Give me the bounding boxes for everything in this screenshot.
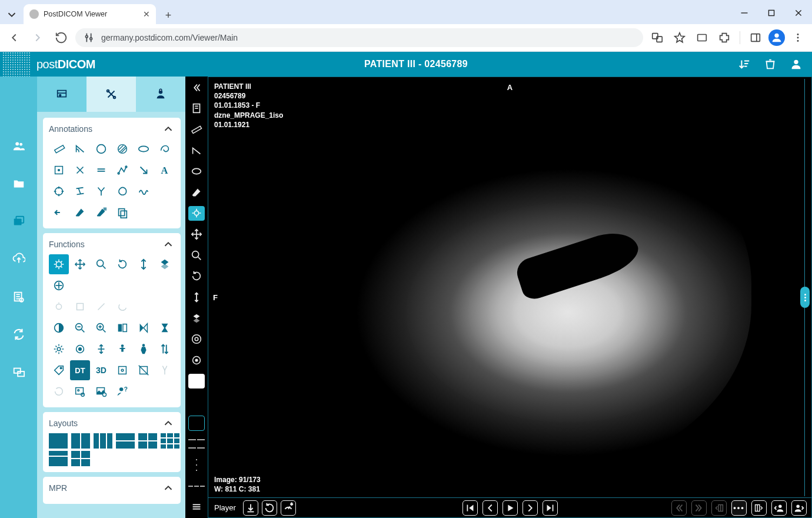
vt-menu-button[interactable]: [188, 499, 205, 514]
new-tab-button[interactable]: +: [159, 6, 177, 24]
vt-zoom-icon[interactable]: [188, 248, 205, 263]
player-loop-button[interactable]: [262, 500, 277, 516]
fn-probe-tool[interactable]: [49, 275, 69, 295]
series-scroll-handle[interactable]: [800, 287, 810, 308]
fn-invert-button[interactable]: [49, 318, 69, 338]
section-layouts-header[interactable]: Layouts: [49, 417, 175, 430]
layout-1x2[interactable]: [71, 433, 90, 449]
nav-upload-icon[interactable]: [8, 248, 29, 270]
annotation-undo-button[interactable]: [49, 202, 69, 223]
br-user-right-button[interactable]: [791, 500, 807, 516]
nav-reload-button[interactable]: [52, 28, 71, 47]
fn-crop-rect-button[interactable]: [134, 360, 154, 380]
annotation-ellipse-tool[interactable]: [134, 139, 154, 159]
annotation-cobb-tool[interactable]: [70, 181, 90, 201]
nav-images-icon[interactable]: [8, 211, 29, 232]
annotation-wave-tool[interactable]: [134, 181, 154, 201]
player-last-button[interactable]: [543, 500, 558, 516]
nav-sync-icon[interactable]: [8, 324, 29, 345]
annotation-text-tool[interactable]: A: [155, 160, 175, 180]
tab-tools[interactable]: [86, 77, 136, 112]
player-next-button[interactable]: [523, 500, 538, 516]
annotation-spine-tool[interactable]: [49, 181, 69, 201]
vt-gear-icon[interactable]: [188, 331, 205, 347]
fn-settings-gear-button[interactable]: [49, 339, 69, 359]
fn-dt-button[interactable]: DT: [70, 360, 90, 380]
layout-2x2b[interactable]: [71, 451, 90, 466]
vt-ellipse-icon[interactable]: [188, 164, 205, 179]
br-grid-right-button[interactable]: [751, 500, 767, 516]
fn-flip-v-button[interactable]: [134, 318, 154, 338]
nav-screens-icon[interactable]: [8, 361, 29, 383]
brand[interactable]: postDICOM: [2, 52, 95, 77]
fn-scroll-tool[interactable]: [134, 254, 154, 274]
window-close-button[interactable]: [785, 2, 812, 24]
vt-layout-rows-button[interactable]: [188, 457, 205, 473]
fn-person-button[interactable]: [112, 339, 132, 359]
annotation-copy-button[interactable]: [112, 202, 132, 223]
player-download-button[interactable]: [243, 500, 258, 516]
fn-zoom-in-button[interactable]: [91, 318, 111, 338]
fn-anonymous-button[interactable]: ?: [112, 381, 132, 401]
browser-tab[interactable]: PostDICOM Viewer ✕: [24, 4, 156, 24]
vt-pan-icon[interactable]: [188, 227, 205, 242]
window-minimize-button[interactable]: [731, 2, 758, 24]
vt-stack-icon[interactable]: [188, 311, 205, 326]
fn-vert-arrows-button[interactable]: [91, 339, 111, 359]
tab-viewer-settings[interactable]: [37, 77, 86, 112]
nav-folder-icon[interactable]: [8, 173, 29, 194]
annotation-parallel-tool[interactable]: [91, 160, 111, 180]
vt-layout-4-button[interactable]: [188, 437, 205, 452]
annotation-arrow-tool[interactable]: [134, 160, 154, 180]
vt-layout-cols-button[interactable]: [188, 479, 205, 494]
section-functions-header[interactable]: Functions: [49, 238, 175, 251]
vt-ruler-icon[interactable]: [188, 122, 205, 137]
player-prev-button[interactable]: [482, 500, 498, 516]
fn-stack-tool[interactable]: [155, 254, 175, 274]
image-viewport[interactable]: PATIENT III 02456789 01.01.1853 - F dzne…: [208, 77, 812, 518]
layout-2x2[interactable]: [138, 433, 157, 449]
tab-patient-info[interactable]: i: [136, 77, 185, 112]
annotation-angle-tool[interactable]: [70, 139, 90, 159]
layout-1x3[interactable]: [94, 433, 112, 449]
annotation-eraser-button[interactable]: [70, 202, 90, 223]
vt-eraser-icon[interactable]: [188, 185, 205, 200]
translate-icon[interactable]: [648, 28, 667, 47]
fn-window-level-tool[interactable]: [49, 254, 69, 274]
annotation-circle-tool[interactable]: [91, 139, 111, 159]
player-speed-button[interactable]: +: [281, 500, 296, 516]
fn-compass-button[interactable]: [155, 360, 175, 380]
player-play-button[interactable]: [502, 500, 518, 516]
annotation-caliper-tool[interactable]: [91, 181, 111, 201]
vt-report-icon[interactable]: [188, 101, 205, 117]
fn-crop-tool[interactable]: [70, 297, 90, 317]
fn-save-image-button[interactable]: [91, 381, 111, 401]
collapse-panel-button[interactable]: [188, 80, 205, 95]
vt-rotate-icon[interactable]: [188, 268, 205, 284]
nav-back-button[interactable]: [5, 28, 24, 47]
fn-lasso-tool[interactable]: [112, 297, 132, 317]
cast-icon[interactable]: [693, 28, 711, 47]
br-next-series-button[interactable]: [691, 500, 707, 516]
extensions-icon[interactable]: [715, 28, 734, 47]
fn-zoom-tool[interactable]: [91, 254, 111, 274]
vt-layout-2-button[interactable]: [188, 394, 205, 410]
player-first-button[interactable]: [462, 500, 478, 516]
window-maximize-button[interactable]: [758, 2, 785, 24]
fn-fit-button[interactable]: [112, 360, 132, 380]
fn-3d-button[interactable]: 3D: [91, 360, 111, 380]
fn-hourglass-button[interactable]: [155, 318, 175, 338]
annotation-ruler-tool[interactable]: [49, 139, 69, 159]
fn-auto-wl-button[interactable]: [70, 339, 90, 359]
fn-refresh-button[interactable]: [49, 381, 69, 401]
vt-angle-icon[interactable]: [188, 143, 205, 158]
layout-2over1[interactable]: [49, 451, 68, 466]
annotation-erase-all-button[interactable]: [91, 202, 111, 223]
fn-pan-tool[interactable]: [70, 254, 90, 274]
fn-export-image-button[interactable]: [70, 381, 90, 401]
br-more-button[interactable]: •••: [731, 500, 747, 516]
fn-body-button[interactable]: [134, 339, 154, 359]
menu-kebab-icon[interactable]: [788, 28, 807, 47]
fn-wl-roi-tool[interactable]: [49, 297, 69, 317]
fn-line-tool[interactable]: [91, 297, 111, 317]
